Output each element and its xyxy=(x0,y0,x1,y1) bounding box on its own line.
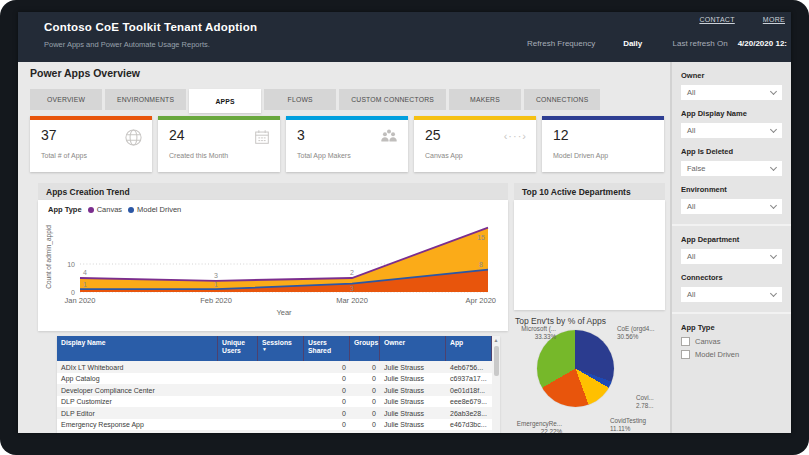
pie-label-covi: Covi...2.78... xyxy=(636,394,665,410)
tab-makers[interactable]: MAKERS xyxy=(449,89,521,110)
col-users-shared[interactable]: Users Shared xyxy=(304,336,350,361)
owner-dropdown[interactable]: All xyxy=(681,85,782,100)
svg-text:Apr 2020: Apr 2020 xyxy=(466,296,496,305)
kpi-card-total-app-makers: 3 Total App Makers xyxy=(286,116,408,172)
legend-item-model-driven[interactable]: Model Driven xyxy=(128,205,181,214)
svg-text:1: 1 xyxy=(214,281,218,288)
table-row[interactable]: App Catalog00Julie Straussc6937a17... xyxy=(57,373,492,385)
filter-owner: Owner All xyxy=(681,62,782,100)
table-row[interactable]: DLP Editor00Julie Strauss26ab3e28... xyxy=(57,407,492,419)
refresh-info: Refresh FrequencyDaily Last refresh On4/… xyxy=(527,39,787,48)
checkbox-icon xyxy=(681,350,690,359)
svg-text:8: 8 xyxy=(479,261,483,268)
legend-title: App Type xyxy=(48,205,82,214)
kpi-card-canvas-app: 25 Canvas App ‹···› xyxy=(414,116,536,172)
calendar-icon xyxy=(253,128,271,146)
table-row[interactable]: DLP Customizer00Julie Strausseee8e679... xyxy=(57,396,492,408)
stacked-area-chart[interactable]: 010432151138Jan 2020Feb 2020Mar 2020Apr … xyxy=(42,216,504,328)
apps-table-grid: Display Name Unique Users Sessions▼ User… xyxy=(57,336,492,433)
tab-custom-connectors[interactable]: CUSTOM CONNECTORS xyxy=(339,89,446,110)
environments-pie-chart[interactable] xyxy=(537,330,614,407)
col-display-name[interactable]: Display Name xyxy=(57,336,218,361)
code-icon: ‹···› xyxy=(504,130,527,142)
svg-text:3: 3 xyxy=(350,285,354,292)
tab-environments[interactable]: ENVIRONMENTS xyxy=(105,89,186,110)
pie-label-emergency: EmergencyRe...22.22% xyxy=(514,420,562,433)
kpi-label: Canvas App xyxy=(425,152,463,159)
tab-overview[interactable]: OVERVIEW xyxy=(30,89,102,110)
chevron-down-icon xyxy=(770,125,777,132)
kpi-value: 12 xyxy=(553,127,569,143)
sort-descending-icon: ▼ xyxy=(262,347,299,351)
svg-text:2: 2 xyxy=(350,269,354,276)
chevron-down-icon xyxy=(770,87,777,94)
chevron-down-icon xyxy=(770,289,777,296)
legend-item-canvas[interactable]: Canvas xyxy=(88,205,122,214)
kpi-card-model-driven-app: 12 Model Driven App xyxy=(542,116,664,172)
environment-dropdown[interactable]: All xyxy=(681,199,782,214)
pie-label-microsoft: Microsoft (...33.33% xyxy=(514,325,556,341)
refresh-frequency-value: Daily xyxy=(623,39,642,48)
last-refresh-value: 4/20/2020 12: xyxy=(738,39,787,48)
globe-icon xyxy=(124,128,143,147)
page-title: Power Apps Overview xyxy=(30,67,140,79)
connectors-dropdown[interactable]: All xyxy=(681,287,782,302)
app-type-model-driven-checkbox[interactable]: Model Driven xyxy=(681,350,782,359)
header-links: CONTACTMORE xyxy=(671,16,785,23)
kpi-value: 3 xyxy=(297,127,305,143)
last-refresh-label: Last refresh On xyxy=(672,39,727,48)
pie-label-covidtesting: CovidTesting11.11% xyxy=(610,417,665,433)
app-title: Contoso CoE Toolkit Tenant Adoption xyxy=(44,21,257,33)
table-row[interactable]: ADIx LT Whiteboard00Julie Strauss4eb6756… xyxy=(57,361,492,373)
col-owner[interactable]: Owner xyxy=(380,336,446,361)
tab-connections[interactable]: CONNECTIONS xyxy=(524,89,600,110)
app-type-canvas-checkbox[interactable]: Canvas xyxy=(681,337,782,346)
scrollbar-thumb[interactable] xyxy=(494,346,499,376)
tab-flows[interactable]: FLOWS xyxy=(264,89,336,110)
scroll-up-icon[interactable]: ▲ xyxy=(492,337,500,343)
svg-text:Mar 2020: Mar 2020 xyxy=(336,296,368,305)
apps-creation-trend-panel: Apps Creation Trend App Type Canvas Mode… xyxy=(38,183,508,330)
people-icon xyxy=(379,128,399,146)
chevron-down-icon xyxy=(770,251,777,258)
chevron-down-icon xyxy=(770,201,777,208)
filter-app-display-name: App Display Name All xyxy=(681,100,782,138)
canvas-dot-icon xyxy=(88,207,94,213)
trend-chart: App Type Canvas Model Driven 01043215113… xyxy=(38,200,508,331)
app-header: Contoso CoE Toolkit Tenant Adoption Powe… xyxy=(18,12,791,62)
col-sessions[interactable]: Sessions▼ xyxy=(258,336,304,361)
filter-environment: Environment All xyxy=(681,176,782,214)
svg-text:1: 1 xyxy=(83,281,87,288)
more-link[interactable]: MORE xyxy=(763,16,785,23)
svg-text:15: 15 xyxy=(477,234,485,241)
kpi-cards: 37 Total # of Apps 24 Created this Month xyxy=(30,116,664,172)
contact-link[interactable]: CONTACT xyxy=(699,16,734,23)
kpi-value: 25 xyxy=(425,127,441,143)
top-environments-panel: Top Env'ts by % of Apps Microsoft (...33… xyxy=(514,314,665,433)
departments-panel-title: Top 10 Active Departments xyxy=(514,183,665,200)
table-row[interactable]: Developer Compliance Center00Julie Strau… xyxy=(57,384,492,396)
app-is-deleted-dropdown[interactable]: False xyxy=(681,161,782,176)
trend-panel-title: Apps Creation Trend xyxy=(38,183,508,200)
app-subtitle: Power Apps and Power Automate Usage Repo… xyxy=(44,40,210,49)
app-department-dropdown[interactable]: All xyxy=(681,249,782,264)
col-groups[interactable]: Groups xyxy=(350,336,380,361)
kpi-value: 24 xyxy=(169,127,185,143)
filter-app-department: App Department All xyxy=(681,226,782,264)
kpi-label: Model Driven App xyxy=(553,152,608,159)
table-scrollbar[interactable]: ▲ ▼ xyxy=(492,336,500,433)
app-display-name-dropdown[interactable]: All xyxy=(681,123,782,138)
departments-empty-body xyxy=(514,200,665,310)
screenshot-canvas: Contoso CoE Toolkit Tenant Adoption Powe… xyxy=(0,0,809,455)
kpi-card-total-apps: 37 Total # of Apps xyxy=(30,116,152,172)
kpi-value: 37 xyxy=(41,127,57,143)
table-row[interactable]: Emergency Response App00Julie Strausse46… xyxy=(57,419,492,431)
report-window: Contoso CoE Toolkit Tenant Adoption Powe… xyxy=(18,12,791,433)
apps-table: Display Name Unique Users Sessions▼ User… xyxy=(57,336,500,433)
filter-connectors: Connectors All xyxy=(681,264,782,302)
table-row[interactable]: Emergency Response App - COVID-19 stats0… xyxy=(57,430,492,433)
col-unique-users[interactable]: Unique Users xyxy=(218,336,258,361)
col-app[interactable]: App xyxy=(446,336,492,361)
tab-apps[interactable]: APPS xyxy=(189,89,261,113)
svg-text:Year: Year xyxy=(276,308,292,317)
